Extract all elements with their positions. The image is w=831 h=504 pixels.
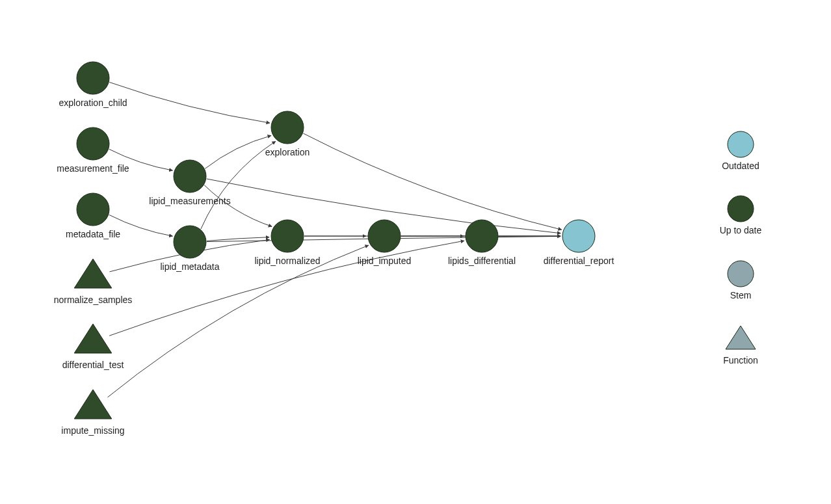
legend-item-stem: Stem [728,261,754,300]
node-differential_test[interactable]: differential_test [62,324,124,370]
circle-icon [728,261,754,287]
legend-label: Stem [730,290,752,300]
legend-label: Function [723,355,758,365]
node-label: exploration [265,147,310,157]
node-exploration[interactable]: exploration [265,111,310,157]
node-label: lipid_measurements [149,196,230,206]
node-label: lipid_metadata [160,261,219,272]
node-label: normalize_samples [54,295,133,305]
function-icon[interactable] [74,390,112,419]
node-lipid_normalized[interactable]: lipid_normalized [254,220,320,266]
legend-label: Outdated [722,161,759,171]
function-icon[interactable] [74,324,112,353]
nodes-layer: exploration_childmeasurement_filemetadat… [54,62,614,436]
target-icon[interactable] [368,220,401,252]
legend-layer: OutdatedUp to dateStemFunction [720,131,762,365]
legend-item-outdated: Outdated [722,131,759,171]
target-icon[interactable] [174,226,206,258]
node-label: impute_missing [61,425,124,436]
dependency-graph: exploration_childmeasurement_filemetadat… [0,0,831,504]
node-label: differential_test [62,360,124,370]
node-impute_missing[interactable]: impute_missing [61,390,124,436]
node-label: measurement_file [57,163,129,174]
function-icon[interactable] [74,259,112,288]
node-label: exploration_child [59,98,127,108]
node-lipid_imputed[interactable]: lipid_imputed [358,220,412,266]
target-icon[interactable] [562,220,595,252]
node-normalize_samples[interactable]: normalize_samples [54,259,133,305]
circle-icon [728,196,754,222]
target-icon[interactable] [77,127,109,160]
edge-impute_missing-to-lipid_imputed [107,245,368,397]
legend-label: Up to date [720,225,762,235]
node-differential_report[interactable]: differential_report [544,220,614,266]
legend-item-function: Function [723,326,758,365]
node-label: differential_report [544,256,614,266]
edge-exploration-to-differential_report [303,133,561,230]
node-measurement_file[interactable]: measurement_file [57,127,129,174]
node-lipid_measurements[interactable]: lipid_measurements [149,160,230,206]
legend-item-up-to-date: Up to date [720,196,762,235]
target-icon[interactable] [174,160,206,192]
node-label: lipids_differential [448,256,516,266]
target-icon[interactable] [271,220,304,252]
edge-exploration_child-to-exploration [109,82,270,123]
node-lipids_differential[interactable]: lipids_differential [448,220,516,266]
node-label: lipid_normalized [254,256,320,266]
target-icon[interactable] [271,111,304,144]
target-icon[interactable] [466,220,498,252]
edge-lipid_measurements-to-exploration [205,136,271,169]
circle-icon [728,131,754,157]
node-label: metadata_file [66,229,120,239]
triangle-icon [726,326,756,349]
node-label: lipid_imputed [358,256,412,266]
target-icon[interactable] [77,62,109,94]
target-icon[interactable] [77,193,109,226]
